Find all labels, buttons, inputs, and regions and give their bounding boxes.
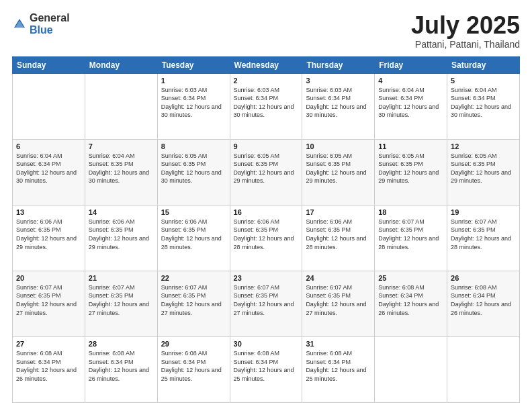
day-cell: 28Sunrise: 6:08 AMSunset: 6:34 PMDayligh…	[85, 336, 157, 402]
day-cell: 20Sunrise: 6:07 AMSunset: 6:35 PMDayligh…	[13, 271, 85, 336]
day-cell: 5Sunrise: 6:04 AMSunset: 6:34 PMDaylight…	[447, 73, 520, 139]
day-cell: 8Sunrise: 6:05 AMSunset: 6:35 PMDaylight…	[157, 139, 230, 205]
day-cell	[447, 336, 520, 402]
calendar-table: SundayMondayTuesdayWednesdayThursdayFrid…	[12, 56, 520, 403]
day-number: 12	[451, 142, 516, 150]
day-cell: 23Sunrise: 6:07 AMSunset: 6:35 PMDayligh…	[230, 271, 302, 336]
day-number: 5	[451, 77, 516, 85]
day-number: 19	[451, 208, 516, 216]
day-info: Sunrise: 6:08 AMSunset: 6:34 PMDaylight:…	[16, 349, 81, 383]
day-number: 25	[378, 274, 443, 282]
day-cell: 15Sunrise: 6:06 AMSunset: 6:35 PMDayligh…	[157, 205, 230, 271]
day-info: Sunrise: 6:05 AMSunset: 6:35 PMDaylight:…	[378, 152, 443, 185]
day-info: Sunrise: 6:05 AMSunset: 6:35 PMDaylight:…	[306, 152, 371, 185]
day-info: Sunrise: 6:04 AMSunset: 6:34 PMDaylight:…	[378, 86, 443, 120]
day-number: 22	[161, 274, 226, 282]
day-info: Sunrise: 6:07 AMSunset: 6:35 PMDaylight:…	[161, 283, 226, 317]
day-cell: 25Sunrise: 6:08 AMSunset: 6:34 PMDayligh…	[375, 271, 447, 336]
day-cell: 12Sunrise: 6:05 AMSunset: 6:35 PMDayligh…	[447, 139, 520, 205]
day-cell: 4Sunrise: 6:04 AMSunset: 6:34 PMDaylight…	[375, 73, 447, 139]
day-number: 18	[378, 208, 443, 216]
day-number: 15	[161, 208, 226, 216]
logo-icon	[12, 17, 27, 32]
day-info: Sunrise: 6:06 AMSunset: 6:35 PMDaylight:…	[89, 218, 154, 251]
logo-blue: Blue	[30, 24, 53, 36]
day-info: Sunrise: 6:06 AMSunset: 6:35 PMDaylight:…	[16, 218, 81, 251]
title-location: Pattani, Pattani, Thailand	[411, 39, 520, 50]
day-cell: 3Sunrise: 6:03 AMSunset: 6:34 PMDaylight…	[302, 73, 375, 139]
day-number: 31	[306, 340, 371, 348]
header-saturday: Saturday	[447, 56, 520, 73]
day-info: Sunrise: 6:05 AMSunset: 6:35 PMDaylight:…	[161, 152, 226, 185]
week-row-2: 6Sunrise: 6:04 AMSunset: 6:34 PMDaylight…	[13, 139, 520, 205]
week-row-5: 27Sunrise: 6:08 AMSunset: 6:34 PMDayligh…	[13, 336, 520, 402]
day-cell	[375, 336, 447, 402]
header-sunday: Sunday	[13, 56, 85, 73]
day-number: 17	[306, 208, 371, 216]
day-number: 7	[89, 142, 154, 150]
day-info: Sunrise: 6:05 AMSunset: 6:35 PMDaylight:…	[451, 152, 516, 185]
day-info: Sunrise: 6:07 AMSunset: 6:35 PMDaylight:…	[89, 283, 154, 317]
day-cell: 13Sunrise: 6:06 AMSunset: 6:35 PMDayligh…	[13, 205, 85, 271]
header-friday: Friday	[375, 56, 447, 73]
day-number: 24	[306, 274, 371, 282]
day-cell: 19Sunrise: 6:07 AMSunset: 6:35 PMDayligh…	[447, 205, 520, 271]
day-info: Sunrise: 6:03 AMSunset: 6:34 PMDaylight:…	[306, 86, 371, 120]
day-number: 1	[161, 77, 226, 85]
title-block: July 2025 Pattani, Pattani, Thailand	[411, 12, 520, 50]
day-cell: 29Sunrise: 6:08 AMSunset: 6:34 PMDayligh…	[157, 336, 230, 402]
day-cell: 27Sunrise: 6:08 AMSunset: 6:34 PMDayligh…	[13, 336, 85, 402]
day-number: 27	[16, 340, 81, 348]
day-info: Sunrise: 6:08 AMSunset: 6:34 PMDaylight:…	[89, 349, 154, 383]
day-cell: 1Sunrise: 6:03 AMSunset: 6:34 PMDaylight…	[157, 73, 230, 139]
header: General Blue July 2025 Pattani, Pattani,…	[12, 12, 520, 50]
day-cell: 10Sunrise: 6:05 AMSunset: 6:35 PMDayligh…	[302, 139, 375, 205]
day-info: Sunrise: 6:04 AMSunset: 6:34 PMDaylight:…	[16, 152, 81, 185]
day-info: Sunrise: 6:06 AMSunset: 6:35 PMDaylight:…	[161, 218, 226, 251]
day-cell: 18Sunrise: 6:07 AMSunset: 6:35 PMDayligh…	[375, 205, 447, 271]
day-cell: 2Sunrise: 6:03 AMSunset: 6:34 PMDaylight…	[230, 73, 302, 139]
day-info: Sunrise: 6:08 AMSunset: 6:34 PMDaylight:…	[161, 349, 226, 383]
day-number: 9	[234, 142, 299, 150]
week-row-4: 20Sunrise: 6:07 AMSunset: 6:35 PMDayligh…	[13, 271, 520, 336]
day-number: 11	[378, 142, 443, 150]
day-cell: 30Sunrise: 6:08 AMSunset: 6:34 PMDayligh…	[230, 336, 302, 402]
day-number: 21	[89, 274, 154, 282]
day-cell	[13, 73, 85, 139]
day-info: Sunrise: 6:07 AMSunset: 6:35 PMDaylight:…	[378, 218, 443, 251]
day-number: 10	[306, 142, 371, 150]
day-number: 6	[16, 142, 81, 150]
day-info: Sunrise: 6:07 AMSunset: 6:35 PMDaylight:…	[234, 283, 299, 317]
day-info: Sunrise: 6:08 AMSunset: 6:34 PMDaylight:…	[451, 283, 516, 317]
day-cell: 14Sunrise: 6:06 AMSunset: 6:35 PMDayligh…	[85, 205, 157, 271]
week-row-1: 1Sunrise: 6:03 AMSunset: 6:34 PMDaylight…	[13, 73, 520, 139]
day-info: Sunrise: 6:06 AMSunset: 6:35 PMDaylight:…	[306, 218, 371, 251]
day-number: 3	[306, 77, 371, 85]
header-thursday: Thursday	[302, 56, 375, 73]
day-info: Sunrise: 6:03 AMSunset: 6:34 PMDaylight:…	[161, 86, 226, 120]
day-number: 20	[16, 274, 81, 282]
day-number: 23	[234, 274, 299, 282]
day-info: Sunrise: 6:04 AMSunset: 6:34 PMDaylight:…	[451, 86, 516, 120]
day-cell: 17Sunrise: 6:06 AMSunset: 6:35 PMDayligh…	[302, 205, 375, 271]
day-number: 16	[234, 208, 299, 216]
day-number: 14	[89, 208, 154, 216]
day-number: 26	[451, 274, 516, 282]
day-cell: 26Sunrise: 6:08 AMSunset: 6:34 PMDayligh…	[447, 271, 520, 336]
day-info: Sunrise: 6:07 AMSunset: 6:35 PMDaylight:…	[451, 218, 516, 251]
header-wednesday: Wednesday	[230, 56, 302, 73]
title-month: July 2025	[411, 12, 520, 39]
day-info: Sunrise: 6:04 AMSunset: 6:35 PMDaylight:…	[89, 152, 154, 185]
day-cell: 6Sunrise: 6:04 AMSunset: 6:34 PMDaylight…	[13, 139, 85, 205]
day-number: 8	[161, 142, 226, 150]
day-number: 4	[378, 77, 443, 85]
day-number: 2	[234, 77, 299, 85]
logo: General Blue	[12, 12, 70, 36]
day-cell	[85, 73, 157, 139]
calendar-page: General Blue July 2025 Pattani, Pattani,…	[0, 0, 532, 411]
day-cell: 24Sunrise: 6:07 AMSunset: 6:35 PMDayligh…	[302, 271, 375, 336]
day-info: Sunrise: 6:05 AMSunset: 6:35 PMDaylight:…	[234, 152, 299, 185]
day-info: Sunrise: 6:08 AMSunset: 6:34 PMDaylight:…	[234, 349, 299, 383]
header-tuesday: Tuesday	[157, 56, 230, 73]
day-info: Sunrise: 6:03 AMSunset: 6:34 PMDaylight:…	[234, 86, 299, 120]
